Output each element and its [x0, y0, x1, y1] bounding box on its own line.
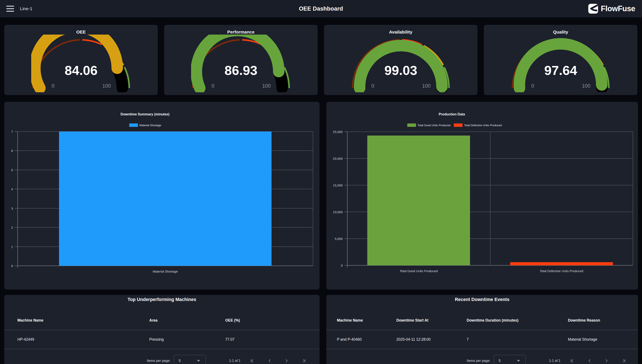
gauge-oee: 84.060100 [31, 34, 131, 92]
gauge-title: Availability [324, 30, 477, 34]
y-axis-tick-mark [345, 265, 347, 266]
pagination-buttons [570, 358, 626, 364]
table-title: Top Underperforming Machines [4, 297, 319, 302]
category-gridline [313, 132, 313, 266]
table-header-cell: Machine Name [337, 318, 363, 323]
divider [4, 349, 319, 349]
x-axis-label: Material Shortage [153, 270, 178, 273]
y-axis-tick-label: 15,000 [322, 184, 343, 187]
items-per-page-value: 5 [179, 359, 181, 363]
gauge-value: 86.93 [224, 63, 257, 78]
gauge-availability: 99.030100 [351, 34, 451, 92]
y-axis-tick-label: 10,000 [322, 210, 343, 214]
items-per-page-value: 5 [499, 359, 501, 363]
svg-text:100: 100 [422, 83, 430, 89]
items-per-page-select[interactable]: 5 [174, 355, 206, 364]
table-cell: Material Shortage [568, 337, 597, 342]
y-axis-tick-mark [345, 212, 347, 212]
category-gridline [490, 132, 490, 265]
svg-text:100: 100 [582, 83, 590, 89]
gauge-card-oee: OEE84.060100 [4, 25, 158, 95]
y-axis-tick-label: 6 [0, 149, 13, 152]
svg-text:0: 0 [531, 83, 534, 89]
gauge-value: 99.03 [384, 63, 417, 78]
x-axis-label: Total Defective Units Produced [540, 269, 583, 273]
gauge-card-performance: Performance86.930100 [164, 25, 317, 95]
y-axis-tick-label: 5 [0, 168, 13, 172]
items-per-page-select[interactable]: 5 [494, 355, 526, 364]
table-header-cell: OEE (%) [225, 318, 240, 323]
x-axis-label: Total Good Units Produced [400, 269, 438, 273]
category-gridline [633, 132, 633, 265]
table-cell: 7 [467, 337, 469, 342]
table-cell: Pressing [149, 337, 164, 342]
table-pagination: Items per page:51-1 of 1 [147, 355, 306, 364]
table-card-0: Top Underperforming MachinesMachine Name… [4, 295, 319, 364]
bar-material-shortage [59, 132, 272, 266]
items-per-page-label: Items per page: [147, 359, 170, 363]
y-axis-line [347, 132, 348, 268]
page-range-text: 1-1 of 1 [229, 359, 240, 363]
y-axis-tick-mark [15, 150, 18, 151]
last-page-icon[interactable] [621, 358, 626, 364]
chevron-left-icon[interactable] [587, 358, 592, 364]
chevron-right-icon[interactable] [604, 358, 609, 364]
y-axis-tick-mark [15, 208, 18, 208]
chevron-down-icon [517, 360, 520, 362]
table-header-cell: Machine Name [18, 318, 44, 323]
y-axis-tick-mark [15, 170, 18, 170]
svg-text:100: 100 [102, 83, 111, 89]
gauge-title: OEE [4, 30, 158, 34]
chart-card-1: Production DataTotal Good Units Produced… [326, 102, 638, 290]
top-bar: Line-1 OEE Dashboard FlowFuse [0, 0, 642, 18]
chevron-left-icon[interactable] [267, 358, 272, 364]
y-axis-tick-mark [15, 131, 18, 132]
divider [4, 330, 319, 330]
y-axis-tick-label: 3 [0, 206, 13, 210]
first-page-icon[interactable] [570, 358, 575, 364]
svg-text:100: 100 [262, 83, 270, 89]
table-cell: P and P-40460 [337, 337, 362, 342]
y-axis-tick-label: 7 [0, 130, 13, 133]
brand-name: FlowFuse [601, 4, 635, 13]
chart-plot: 05,00010,00015,00020,00025,000Total Good… [326, 102, 638, 290]
y-axis-tick-mark [15, 189, 18, 189]
y-axis-tick-label: 0 [0, 264, 13, 268]
menu-icon[interactable] [6, 6, 14, 12]
table-title: Recent Downtime Events [326, 297, 638, 302]
y-axis-tick-mark [15, 266, 18, 266]
bar-total-good-units-produced [367, 136, 470, 265]
table-header-cell: Downtime Duration (minutes) [467, 318, 518, 323]
table-header-cell: Area [149, 318, 158, 323]
brand-logo: FlowFuse [588, 4, 635, 14]
gauge-value: 84.06 [65, 63, 97, 78]
chart-card-0: Downtime Summary (minutes)Material Short… [4, 102, 319, 290]
table-card-1: Recent Downtime EventsMachine NameDownti… [326, 295, 638, 364]
divider [326, 349, 638, 349]
gauge-title: Quality [484, 30, 637, 34]
chart-plot: 01234567Material Shortage [4, 102, 319, 290]
svg-text:0: 0 [52, 83, 54, 89]
y-axis-tick-label: 20,000 [322, 157, 343, 160]
y-axis-tick-mark [15, 246, 18, 247]
page-name: Line-1 [20, 6, 32, 11]
first-page-icon[interactable] [250, 358, 255, 364]
gauge-card-availability: Availability99.030100 [324, 25, 477, 95]
svg-text:0: 0 [211, 83, 214, 89]
oee-dashboard-screen: Line-1 OEE Dashboard FlowFuse OEE84.0601… [0, 0, 642, 364]
table-cell: 2025-04-11 12:28:00 [396, 337, 431, 342]
y-axis-tick-label: 25,000 [322, 130, 343, 134]
gauge-quality: 97.640100 [511, 34, 610, 92]
y-axis-tick-label: 2 [0, 226, 13, 229]
last-page-icon[interactable] [301, 358, 306, 364]
y-axis-tick-label: 5,000 [322, 237, 343, 240]
items-per-page-label: Items per page: [467, 359, 490, 363]
chevron-right-icon[interactable] [284, 358, 289, 364]
y-axis-tick-mark [345, 185, 347, 186]
y-axis-tick-mark [345, 132, 347, 132]
pagination-buttons [250, 358, 306, 364]
table-header-cell: Downtime Reason [568, 318, 600, 323]
y-axis-tick-label: 1 [0, 245, 13, 248]
y-axis-tick-mark [345, 238, 347, 239]
table-header-cell: Downtime Start At [396, 318, 428, 323]
